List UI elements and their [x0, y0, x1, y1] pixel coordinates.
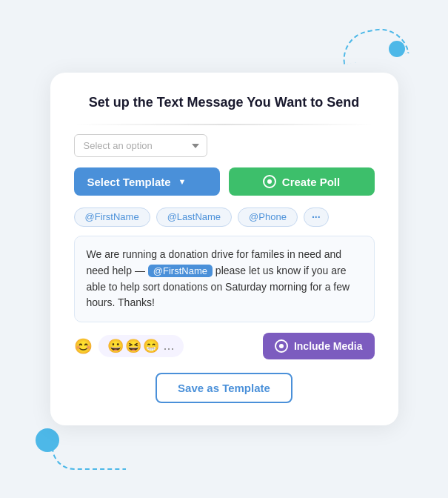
- media-icon: [275, 339, 288, 353]
- emoji-group[interactable]: 😀 😆 😁 ...: [98, 335, 184, 357]
- deco-arc-bottom-left: [52, 436, 126, 470]
- include-media-button[interactable]: Include Media: [263, 333, 375, 359]
- action-button-row: Select Template ▼ Create Poll: [74, 167, 375, 196]
- template-dropdown[interactable]: Select an option: [74, 134, 207, 157]
- emoji-smile-icon[interactable]: 😊: [74, 337, 93, 355]
- tag-lastname[interactable]: @LastName: [156, 208, 232, 227]
- save-template-button[interactable]: Save as Template: [156, 373, 292, 403]
- tag-more[interactable]: ···: [304, 208, 329, 227]
- emoji-more[interactable]: ...: [164, 338, 175, 353]
- select-template-button[interactable]: Select Template ▼: [74, 167, 220, 196]
- create-poll-button[interactable]: Create Poll: [229, 167, 375, 196]
- deco-dot-top-right: [389, 41, 405, 57]
- tag-firstname[interactable]: @FirstName: [74, 208, 150, 227]
- emoji-beam: 😁: [143, 338, 159, 354]
- message-box[interactable]: We are running a donation drive for fami…: [74, 236, 375, 322]
- outer-container: Set up the Text Message You Want to Send…: [0, 0, 448, 498]
- main-card: Set up the Text Message You Want to Send…: [50, 73, 398, 425]
- include-media-label: Include Media: [294, 340, 363, 352]
- tag-phone[interactable]: @Phone: [238, 208, 298, 227]
- emoji-grin: 😀: [107, 338, 124, 354]
- chevron-down-icon: ▼: [178, 177, 187, 186]
- page-title: Set up the Text Message You Want to Send: [74, 95, 375, 110]
- bottom-row: Save as Template: [74, 373, 375, 403]
- dropdown-row: Select an option: [74, 134, 375, 157]
- save-template-label: Save as Template: [178, 382, 270, 394]
- emoji-media-row: 😊 😀 😆 😁 ... Include Media: [74, 333, 375, 359]
- select-template-label: Select Template: [87, 176, 171, 188]
- create-poll-label: Create Poll: [282, 176, 340, 188]
- highlighted-tag: @FirstName: [148, 265, 213, 277]
- separator: [74, 124, 375, 125]
- poll-icon: [263, 175, 276, 188]
- tags-row: @FirstName @LastName @Phone ···: [74, 208, 375, 227]
- emoji-laugh: 😆: [125, 338, 141, 354]
